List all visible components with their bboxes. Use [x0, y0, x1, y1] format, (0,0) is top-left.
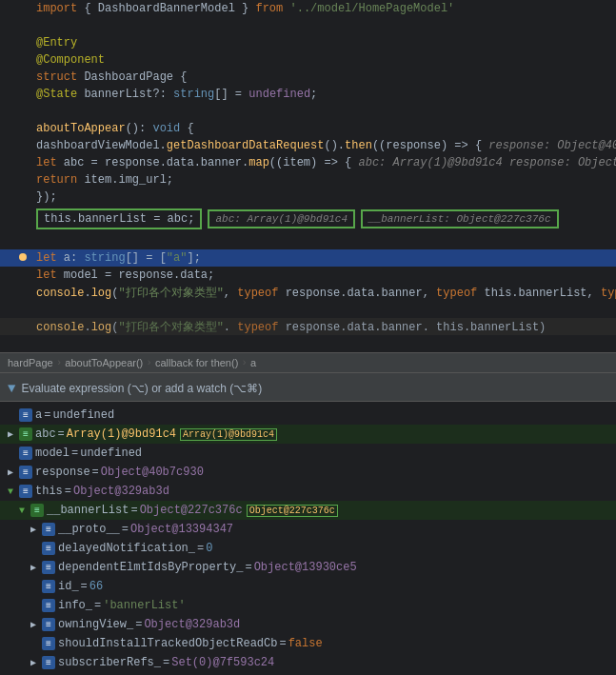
code-line-cut: console.log("打印各个对象类型". typeof response.… — [0, 318, 616, 335]
type-icon-blue: ≡ — [42, 637, 55, 650]
bannerlist-highlight-badge: Object@227c376c — [247, 505, 338, 517]
expand-arrow[interactable]: ▶ — [30, 562, 42, 573]
code-line: aboutToAppear(): void { — [0, 120, 616, 137]
tree-item-owningView[interactable]: ▶ ≡ owningView_ = Object@329ab3d — [0, 615, 616, 634]
tree-item-bannerList[interactable]: ▼ ≡ __bannerList = Object@227c376c Objec… — [0, 501, 616, 520]
expand-arrow[interactable]: ▶ — [8, 428, 19, 440]
tree-item-this[interactable]: ▼ ≡ this = Object@329ab3d — [0, 482, 616, 501]
code-line: let model = response.data; — [0, 267, 616, 284]
code-line: return item.img_url; — [0, 171, 616, 189]
eval-collapse-arrow[interactable]: ▼ — [8, 381, 15, 396]
code-line — [0, 17, 616, 34]
type-icon-blue: ≡ — [19, 466, 32, 479]
eval-header: ▼ Evaluate expression (⌥) or add a watch… — [0, 375, 616, 402]
breadcrumb-item[interactable]: aboutToAppear() — [65, 357, 143, 368]
tree-item-delayedNotification[interactable]: ≡ delayedNotification_ = 0 — [0, 539, 616, 558]
debug-box-1: this.bannerList = abc; — [36, 208, 202, 229]
type-icon-green: ≡ — [19, 427, 32, 441]
type-icon-blue: ≡ — [42, 542, 55, 555]
breadcrumb-item[interactable]: callback for then() — [155, 357, 238, 368]
eval-panel: ▼ Evaluate expression (⌥) or add a watch… — [0, 373, 616, 671]
expand-arrow[interactable]: ▶ — [8, 467, 19, 478]
tree-item-response[interactable]: ▶ ≡ response = Object@40b7c930 — [0, 463, 616, 482]
tree-item-shouldInstall[interactable]: ≡ shouldInstallTrackedObjectReadCb = fal… — [0, 634, 616, 653]
debug-boxes-row: this.bannerList = abc; abc: Array(1)@9bd… — [0, 206, 616, 232]
code-line: import { DashboardBannerModel } from '..… — [0, 0, 616, 17]
breadcrumb-item[interactable]: a — [250, 357, 256, 368]
type-icon-blue: ≡ — [42, 523, 55, 536]
expand-arrow[interactable]: ▶ — [30, 619, 42, 630]
code-line — [0, 301, 616, 318]
type-icon-blue: ≡ — [42, 561, 55, 574]
tree-item-a[interactable]: ≡ a = undefined — [0, 406, 616, 425]
code-line: console.log("打印各个对象类型", typeof response.… — [0, 284, 616, 301]
tree-item-subscriberRefs[interactable]: ▶ ≡ subscriberRefs_ = Set(0)@7f593c24 — [0, 653, 616, 671]
type-icon-green: ≡ — [30, 504, 44, 517]
breadcrumb-item[interactable]: hardPage — [8, 357, 53, 368]
type-icon-blue: ≡ — [42, 599, 55, 612]
code-line: @Component — [0, 51, 616, 69]
code-line: @Entry — [0, 34, 616, 51]
tree-item-dependentElmt[interactable]: ▶ ≡ dependentElmtIdsByProperty_ = Object… — [0, 558, 616, 577]
type-icon-blue: ≡ — [19, 447, 32, 460]
app-window: import { DashboardBannerModel } from '..… — [0, 0, 616, 671]
tree-item-abc[interactable]: ▶ ≡ abc = Array(1)@9bd91c4 Array(1)@9bd9… — [0, 425, 616, 444]
tree-item-model[interactable]: ≡ model = undefined — [0, 444, 616, 463]
code-line: let abc = response.data.banner.map((item… — [0, 154, 616, 171]
code-line: @State bannerList?: string[] = undefined… — [0, 86, 616, 103]
expand-arrow[interactable]: ▶ — [30, 524, 42, 535]
eval-content[interactable]: ≡ a = undefined ▶ ≡ abc = Array(1)@9bd91… — [0, 402, 616, 671]
code-line-highlighted: let a: string[] = ["a"]; — [0, 249, 616, 267]
breadcrumb-bar: hardPage › aboutToAppear() › callback fo… — [0, 352, 616, 373]
expand-arrow[interactable]: ▼ — [8, 486, 19, 497]
type-icon-blue: ≡ — [42, 656, 55, 669]
type-icon-blue: ≡ — [19, 408, 32, 422]
debug-box-2: abc: Array(1)@9bd91c4 — [208, 209, 355, 228]
code-line — [0, 103, 616, 120]
tree-item-proto[interactable]: ▶ ≡ __proto__ = Object@13394347 — [0, 520, 616, 539]
expand-arrow[interactable]: ▶ — [30, 657, 42, 668]
type-icon-blue: ≡ — [42, 580, 55, 593]
expand-arrow[interactable]: ▼ — [19, 506, 30, 516]
tree-item-info[interactable]: ≡ info_ = 'bannerList' — [0, 596, 616, 615]
code-line: struct DashboardPage { — [0, 69, 616, 86]
code-editor: import { DashboardBannerModel } from '..… — [0, 0, 616, 352]
type-icon-blue: ≡ — [42, 618, 55, 631]
tree-item-id[interactable]: ≡ id_ = 66 — [0, 577, 616, 596]
code-line — [0, 232, 616, 249]
debug-box-3: __bannerList: Object@227c376c — [361, 209, 558, 228]
code-line: }); — [0, 189, 616, 206]
code-line: dashboardViewModel.getDashboardDataReque… — [0, 137, 616, 154]
type-icon-blue: ≡ — [19, 485, 32, 498]
abc-highlight-badge: Array(1)@9bd91c4 — [180, 428, 277, 441]
eval-title: Evaluate expression (⌥) or add a watch (… — [21, 382, 262, 395]
